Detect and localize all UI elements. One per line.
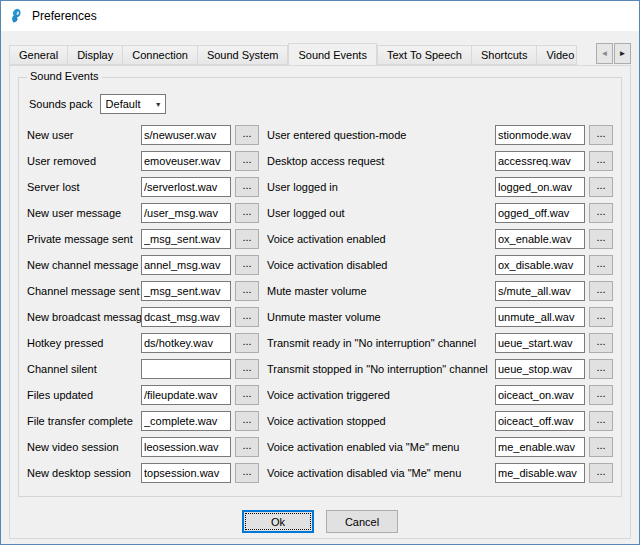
- browse-button[interactable]: ...: [589, 229, 613, 249]
- sound-event-label: New user message: [27, 207, 141, 219]
- tab-connection[interactable]: Connection: [123, 45, 198, 65]
- sound-file-input[interactable]: [495, 437, 585, 457]
- sound-file-input[interactable]: [495, 125, 585, 145]
- browse-button[interactable]: ...: [235, 203, 259, 223]
- sound-event-row: Voice activation enabled via "Me" menu..…: [267, 434, 613, 460]
- tab-video[interactable]: Video: [537, 45, 577, 65]
- sound-event-label: Voice activation enabled: [267, 233, 495, 245]
- browse-button[interactable]: ...: [235, 307, 259, 327]
- sound-event-label: Transmit stopped in "No interruption" ch…: [267, 363, 495, 375]
- cancel-button[interactable]: Cancel: [326, 510, 398, 533]
- ok-button[interactable]: Ok: [242, 510, 314, 533]
- sound-event-label: Unmute master volume: [267, 311, 495, 323]
- browse-button[interactable]: ...: [235, 229, 259, 249]
- sound-event-label: Voice activation stopped: [267, 415, 495, 427]
- sound-file-input[interactable]: [141, 359, 231, 379]
- sound-event-label: File transfer complete: [27, 415, 141, 427]
- sound-event-label: New channel message: [27, 259, 141, 271]
- sounds-pack-selected-value: Default: [106, 98, 152, 110]
- sound-file-input[interactable]: [141, 463, 231, 483]
- tab-scroll-buttons: ◄ ►: [595, 43, 631, 64]
- sound-file-input[interactable]: [495, 307, 585, 327]
- browse-button[interactable]: ...: [235, 177, 259, 197]
- browse-button[interactable]: ...: [235, 463, 259, 483]
- sound-file-input[interactable]: [495, 255, 585, 275]
- sounds-pack-select[interactable]: Default ▼: [100, 94, 166, 114]
- browse-button[interactable]: ...: [235, 333, 259, 353]
- browse-button[interactable]: ...: [589, 411, 613, 431]
- sound-event-label: User entered question-mode: [267, 129, 495, 141]
- browse-button[interactable]: ...: [589, 437, 613, 457]
- sound-event-row: Server lost...: [27, 174, 257, 200]
- sound-file-input[interactable]: [141, 385, 231, 405]
- sound-event-row: Files updated...: [27, 382, 257, 408]
- browse-button[interactable]: ...: [589, 463, 613, 483]
- sound-file-input[interactable]: [141, 125, 231, 145]
- sound-file-input[interactable]: [141, 411, 231, 431]
- sound-file-input[interactable]: [495, 177, 585, 197]
- sound-file-input[interactable]: [495, 411, 585, 431]
- sound-event-label: New video session: [27, 441, 141, 453]
- sound-file-input[interactable]: [495, 151, 585, 171]
- sound-event-label: Transmit ready in "No interruption" chan…: [267, 337, 495, 349]
- browse-button[interactable]: ...: [235, 411, 259, 431]
- sound-file-input[interactable]: [141, 437, 231, 457]
- sound-file-input[interactable]: [495, 359, 585, 379]
- browse-button[interactable]: ...: [235, 385, 259, 405]
- sound-event-row: User entered question-mode...: [267, 122, 613, 148]
- browse-button[interactable]: ...: [589, 359, 613, 379]
- window-title: Preferences: [32, 9, 97, 23]
- event-columns: New user...User removed...Server lost...…: [27, 122, 613, 486]
- sound-file-input[interactable]: [141, 229, 231, 249]
- sound-file-input[interactable]: [141, 255, 231, 275]
- browse-button[interactable]: ...: [589, 333, 613, 353]
- tab-sound-system[interactable]: Sound System: [198, 45, 289, 65]
- browse-button[interactable]: ...: [589, 281, 613, 301]
- sound-file-input[interactable]: [495, 203, 585, 223]
- sound-event-label: New desktop session: [27, 467, 141, 479]
- sound-events-groupbox: Sound Events Sounds pack Default ▼ New u…: [18, 77, 622, 497]
- browse-button[interactable]: ...: [235, 359, 259, 379]
- browse-button[interactable]: ...: [589, 177, 613, 197]
- tab-general[interactable]: General: [9, 45, 68, 65]
- event-column-left: New user...User removed...Server lost...…: [27, 122, 257, 486]
- browse-button[interactable]: ...: [235, 151, 259, 171]
- sound-file-input[interactable]: [141, 151, 231, 171]
- tab-sound-events[interactable]: Sound Events: [288, 43, 377, 65]
- browse-button[interactable]: ...: [589, 203, 613, 223]
- sound-file-input[interactable]: [495, 385, 585, 405]
- preferences-dialog: Preferences GeneralDisplayConnectionSoun…: [0, 0, 640, 545]
- browse-button[interactable]: ...: [589, 307, 613, 327]
- sound-file-input[interactable]: [495, 333, 585, 353]
- tab-text-to-speech[interactable]: Text To Speech: [377, 45, 472, 65]
- event-column-right: User entered question-mode...Desktop acc…: [267, 122, 613, 486]
- sound-file-input[interactable]: [495, 229, 585, 249]
- sound-event-label: Desktop access request: [267, 155, 495, 167]
- tab-shortcuts[interactable]: Shortcuts: [472, 45, 537, 65]
- sound-file-input[interactable]: [141, 281, 231, 301]
- sound-file-input[interactable]: [495, 463, 585, 483]
- browse-button[interactable]: ...: [235, 281, 259, 301]
- sound-event-row: Channel silent...: [27, 356, 257, 382]
- browse-button[interactable]: ...: [589, 151, 613, 171]
- browse-button[interactable]: ...: [589, 255, 613, 275]
- sound-file-input[interactable]: [141, 177, 231, 197]
- tab-scroll-left-button[interactable]: ◄: [596, 43, 613, 64]
- browse-button[interactable]: ...: [589, 125, 613, 145]
- browse-button[interactable]: ...: [235, 437, 259, 457]
- sound-event-row: New channel message...: [27, 252, 257, 278]
- sound-event-label: Voice activation disabled: [267, 259, 495, 271]
- sound-event-row: New video session...: [27, 434, 257, 460]
- tab-display[interactable]: Display: [68, 45, 123, 65]
- sound-event-row: Voice activation disabled...: [267, 252, 613, 278]
- sound-file-input[interactable]: [141, 333, 231, 353]
- sound-event-row: Channel message sent...: [27, 278, 257, 304]
- sound-file-input[interactable]: [141, 203, 231, 223]
- browse-button[interactable]: ...: [589, 385, 613, 405]
- browse-button[interactable]: ...: [235, 125, 259, 145]
- browse-button[interactable]: ...: [235, 255, 259, 275]
- sounds-pack-label: Sounds pack: [29, 98, 93, 110]
- sound-file-input[interactable]: [495, 281, 585, 301]
- tab-scroll-right-button[interactable]: ►: [614, 43, 631, 64]
- sound-file-input[interactable]: [141, 307, 231, 327]
